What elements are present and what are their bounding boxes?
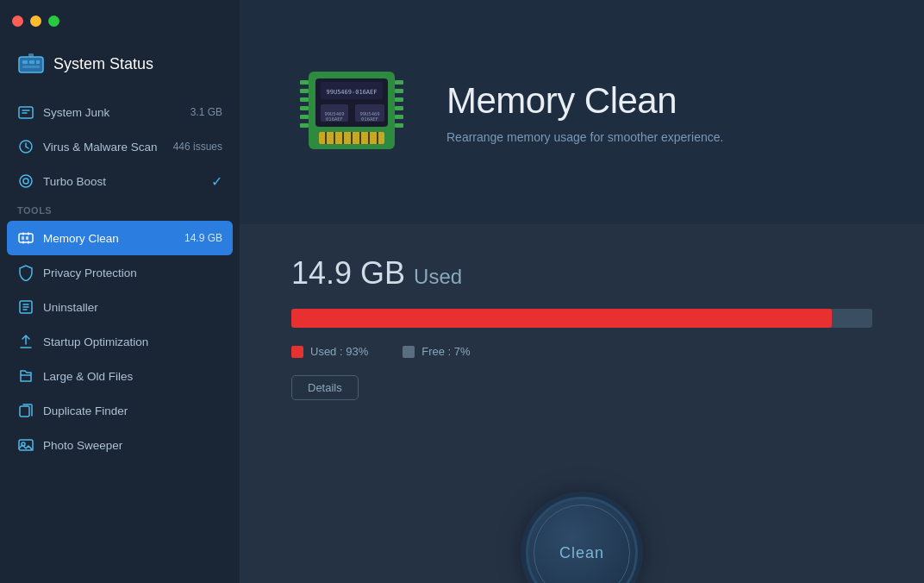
sidebar: System Status System Junk 3.1 GB Virus &… — [0, 0, 240, 583]
svg-rect-14 — [20, 406, 29, 417]
duplicate-label: Duplicate Finder — [43, 404, 222, 417]
svg-rect-11 — [22, 236, 24, 240]
svg-rect-43 — [395, 97, 403, 102]
memory-clean-badge: 14.9 GB — [184, 232, 222, 244]
svg-rect-36 — [300, 89, 309, 93]
sidebar-item-system-junk[interactable]: System Junk 3.1 GB — [0, 95, 240, 129]
svg-rect-46 — [395, 123, 403, 128]
turbo-boost-check: ✓ — [211, 173, 222, 190]
system-junk-badge: 3.1 GB — [190, 106, 222, 118]
progress-legend: Used : 93% Free : 7% — [291, 345, 872, 358]
maximize-button[interactable] — [48, 16, 59, 27]
startup-label: Startup Optimization — [43, 335, 222, 348]
memory-clean-label: Memory Clean — [43, 232, 176, 245]
sidebar-item-virus-scan[interactable]: Virus & Malware Scan 446 issues — [0, 129, 240, 164]
sidebar-item-memory-clean[interactable]: Memory Clean 14.9 GB — [7, 221, 233, 255]
sidebar-item-startup-optimization[interactable]: Startup Optimization — [0, 324, 240, 359]
svg-rect-44 — [395, 106, 403, 110]
app-icon — [17, 50, 45, 78]
used-legend: Used : 93% — [291, 345, 368, 358]
free-percent-label: Free : 7% — [421, 345, 470, 358]
svg-rect-42 — [395, 89, 403, 93]
clean-button-label: Clean — [559, 544, 604, 562]
files-icon — [17, 367, 34, 385]
startup-icon — [17, 333, 34, 350]
sidebar-item-large-old-files[interactable]: Large & Old Files — [0, 359, 240, 393]
minimize-button[interactable] — [30, 16, 41, 27]
privacy-label: Privacy Protection — [43, 266, 222, 279]
free-dot — [403, 346, 415, 358]
svg-rect-35 — [300, 80, 309, 85]
svg-rect-12 — [26, 236, 28, 240]
virus-scan-label: Virus & Malware Scan — [43, 141, 165, 154]
used-percent-label: Used : 93% — [310, 345, 368, 358]
memory-chip-illustration: 99U5469-016AEF 99U5469 016AEF 99U5469 01… — [291, 56, 412, 168]
svg-text:99U5469-016AEF: 99U5469-016AEF — [326, 89, 377, 96]
svg-rect-5 — [28, 53, 34, 57]
svg-point-8 — [20, 175, 32, 187]
photo-icon — [17, 436, 34, 454]
uninstaller-label: Uninstaller — [43, 301, 222, 314]
main-content: 99U5469-016AEF 99U5469 016AEF 99U5469 01… — [240, 0, 924, 583]
svg-rect-38 — [300, 106, 309, 110]
svg-text:016AEF: 016AEF — [326, 116, 343, 122]
clean-button-container: Clean — [526, 497, 638, 583]
app-title: System Status — [53, 55, 153, 73]
svg-rect-1 — [22, 60, 28, 64]
used-dot — [291, 346, 303, 358]
duplicate-icon — [17, 402, 34, 419]
svg-rect-40 — [300, 123, 309, 128]
svg-rect-4 — [22, 66, 40, 68]
svg-rect-2 — [29, 60, 34, 64]
memory-progress-fill — [291, 309, 832, 328]
feature-title: Memory Clean — [446, 80, 723, 122]
sidebar-item-uninstaller[interactable]: Uninstaller — [0, 290, 240, 324]
sidebar-item-photo-sweeper[interactable]: Photo Sweeper — [0, 428, 240, 462]
hero-text: Memory Clean Rearrange memory usage for … — [446, 80, 723, 144]
free-legend: Free : 7% — [403, 345, 470, 358]
svg-text:016AEF: 016AEF — [361, 116, 378, 122]
svg-rect-39 — [300, 115, 309, 119]
system-junk-label: System Junk — [43, 106, 182, 119]
turbo-boost-label: Turbo Boost — [43, 175, 203, 188]
virus-icon — [17, 138, 34, 155]
svg-rect-0 — [19, 57, 43, 72]
sidebar-item-privacy-protection[interactable]: Privacy Protection — [0, 255, 240, 290]
svg-rect-41 — [395, 80, 403, 85]
memory-usage-label: 14.9 GB Used — [291, 255, 872, 292]
privacy-icon — [17, 264, 34, 281]
tools-section-label: Tools — [0, 198, 240, 221]
large-files-label: Large & Old Files — [43, 370, 222, 383]
titlebar — [0, 0, 240, 41]
memory-icon — [17, 229, 34, 247]
svg-rect-37 — [300, 97, 309, 102]
turbo-icon — [17, 172, 34, 190]
svg-rect-3 — [36, 60, 40, 64]
feature-subtitle: Rearrange memory usage for smoother expe… — [446, 130, 723, 144]
svg-rect-45 — [395, 115, 403, 119]
sidebar-item-duplicate-finder[interactable]: Duplicate Finder — [0, 393, 240, 428]
app-title-section: System Status — [0, 41, 240, 95]
close-button[interactable] — [12, 16, 23, 27]
svg-point-9 — [23, 179, 28, 184]
details-button[interactable]: Details — [291, 375, 359, 400]
sidebar-item-turbo-boost[interactable]: Turbo Boost ✓ — [0, 164, 240, 198]
memory-progress-bar — [291, 309, 872, 328]
clean-button[interactable]: Clean — [526, 497, 638, 583]
stats-section: 14.9 GB Used Used : 93% Free : 7% Detail… — [240, 224, 924, 583]
photo-sweeper-label: Photo Sweeper — [43, 439, 222, 452]
used-word: Used — [414, 265, 462, 288]
uninstaller-icon — [17, 298, 34, 316]
junk-icon — [17, 103, 34, 121]
hero-section: 99U5469-016AEF 99U5469 016AEF 99U5469 01… — [240, 0, 924, 224]
virus-scan-badge: 446 issues — [173, 141, 222, 153]
